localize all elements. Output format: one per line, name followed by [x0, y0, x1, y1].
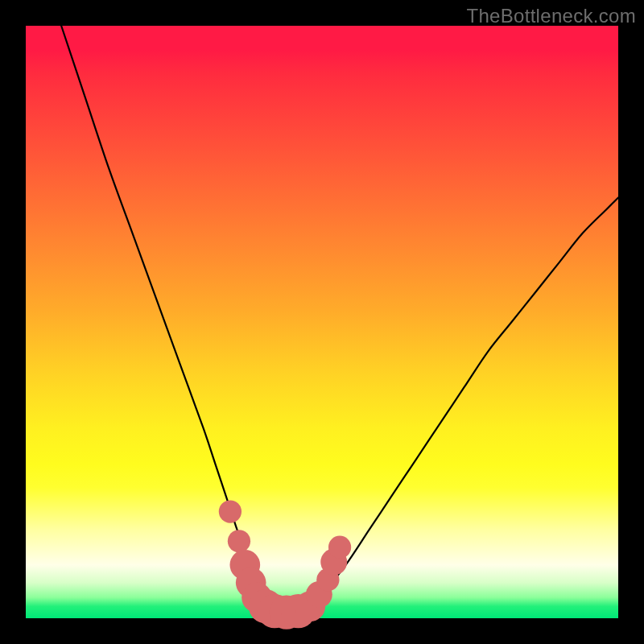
curve-markers	[219, 500, 351, 629]
curve-marker	[219, 500, 242, 522]
chart-svg	[26, 26, 618, 618]
watermark-label: TheBottleneck.com	[466, 5, 636, 27]
plot-area	[26, 26, 618, 618]
chart-stage: TheBottleneck.com	[0, 0, 644, 644]
bottleneck-curve	[61, 26, 618, 613]
curve-marker	[228, 530, 250, 552]
curve-marker	[328, 536, 351, 559]
